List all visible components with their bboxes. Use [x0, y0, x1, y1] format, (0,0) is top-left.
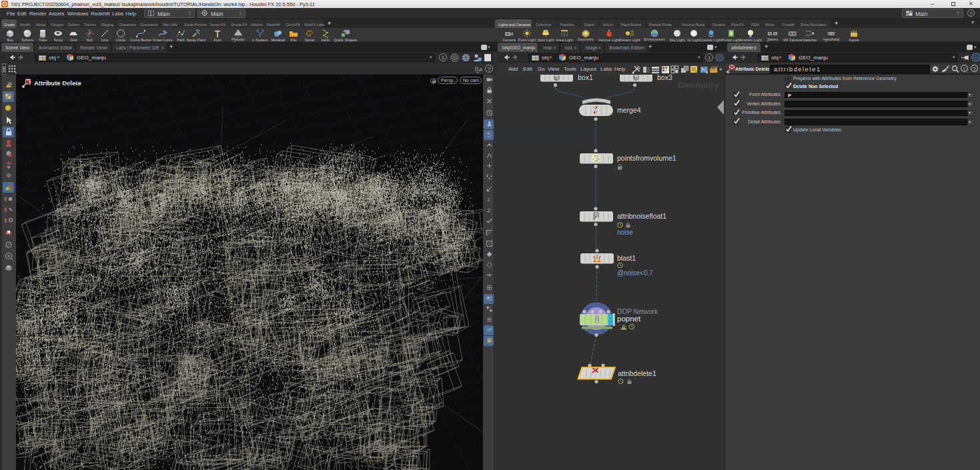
svg-text:A: A	[479, 67, 483, 73]
svg-text:.2: .2	[487, 207, 491, 212]
svg-text:.1: .1	[487, 197, 491, 202]
svg-text:T: T	[215, 29, 221, 38]
